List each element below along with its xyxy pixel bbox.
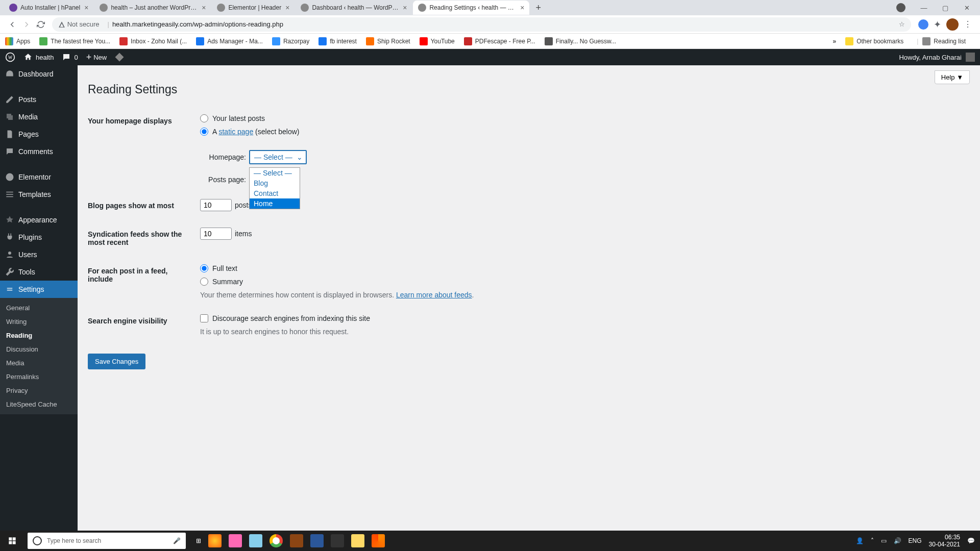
kebab-menu-icon[interactable]: ⋮ (964, 19, 972, 29)
bookmark-item[interactable]: Razorpay (272, 37, 309, 45)
start-button[interactable] (0, 537, 24, 545)
word-icon[interactable] (310, 534, 324, 547)
tab-elementor[interactable]: Elementor | Header× (212, 1, 295, 15)
tab-health-site[interactable]: health – Just another WordPress× (94, 1, 211, 15)
notifications-icon[interactable]: 💬 (967, 537, 975, 544)
star-icon[interactable]: ☆ (899, 20, 905, 28)
submenu-privacy[interactable]: Privacy (0, 384, 78, 397)
menu-pages[interactable]: Pages (0, 126, 78, 143)
new-tab-button[interactable]: + (530, 3, 546, 13)
extensions-button[interactable]: ✦ (934, 19, 941, 30)
help-tab[interactable]: Help ▼ (935, 70, 970, 84)
explorer-icon[interactable] (351, 534, 364, 547)
reload-button[interactable] (34, 17, 48, 32)
radio-full-text[interactable] (200, 264, 208, 272)
submenu-discussion[interactable]: Discussion (0, 342, 78, 356)
tab-dashboard[interactable]: Dashboard ‹ health — WordPress× (296, 1, 412, 15)
menu-appearance[interactable]: Appearance (0, 211, 78, 229)
bookmark-overflow[interactable]: » (832, 38, 836, 45)
option-home[interactable]: Home (250, 198, 300, 209)
homepage-select[interactable]: — Select — (249, 150, 307, 164)
bookmark-apps[interactable]: Apps (5, 37, 30, 45)
discourage-checkbox[interactable] (200, 314, 208, 322)
howdy-user[interactable]: Howdy, Arnab Gharai (899, 54, 962, 61)
blog-pages-input[interactable] (200, 199, 232, 211)
syndication-input[interactable] (200, 228, 232, 240)
menu-settings[interactable]: Settings (0, 281, 78, 298)
menu-templates[interactable]: Templates (0, 186, 78, 203)
tab-reading-settings[interactable]: Reading Settings ‹ health — Wor× (413, 1, 529, 15)
menu-plugins[interactable]: Plugins (0, 229, 78, 246)
app-icon[interactable] (290, 534, 303, 547)
close-icon[interactable]: × (285, 4, 289, 12)
vlc-icon[interactable] (372, 534, 385, 547)
radio-summary[interactable] (200, 278, 208, 286)
extension-icon[interactable] (918, 19, 928, 30)
submenu-media[interactable]: Media (0, 356, 78, 370)
submenu-reading[interactable]: Reading (0, 329, 78, 342)
option-contact[interactable]: Contact (250, 188, 300, 198)
close-icon[interactable]: × (520, 4, 524, 12)
wp-logo[interactable] (5, 52, 15, 62)
close-window-button[interactable]: ✕ (958, 0, 976, 15)
app-icon[interactable] (249, 534, 262, 547)
chrome-icon[interactable] (270, 534, 283, 547)
forward-button[interactable] (19, 17, 34, 32)
submenu-general[interactable]: General (0, 301, 78, 315)
menu-tools[interactable]: Tools (0, 263, 78, 281)
close-icon[interactable]: × (202, 4, 206, 12)
bookmark-item[interactable]: Ship Rocket (366, 37, 410, 45)
address-bar[interactable]: Not secure | health.marketingeasily.com/… (52, 17, 911, 32)
battery-icon[interactable]: ▭ (881, 537, 887, 544)
reading-list[interactable]: Reading list (922, 37, 966, 45)
minimize-button[interactable]: — (915, 0, 933, 15)
radio-static-page[interactable] (200, 128, 208, 136)
speaker-icon[interactable]: 🔊 (894, 537, 901, 544)
menu-posts[interactable]: Posts (0, 91, 78, 108)
submenu-litespeed[interactable]: LiteSpeed Cache (0, 397, 78, 411)
submenu-writing[interactable]: Writing (0, 315, 78, 329)
option-select[interactable]: — Select — (250, 168, 300, 178)
profile-avatar[interactable] (946, 18, 959, 31)
app-icon[interactable] (229, 534, 242, 547)
task-view-icon[interactable]: ⊞ (196, 537, 201, 544)
mic-icon[interactable]: 🎤 (173, 537, 181, 544)
system-clock[interactable]: 06:3530-04-2021 (929, 534, 960, 548)
tab-hpanel[interactable]: Auto Installer | hPanel× (4, 1, 93, 15)
bookmark-item[interactable]: fb interest (318, 37, 357, 45)
taskbar-search[interactable]: Type here to search🎤 (28, 533, 186, 549)
language-indicator[interactable]: ENG (909, 537, 922, 544)
learn-feeds-link[interactable]: Learn more about feeds (396, 291, 472, 299)
menu-dashboard[interactable]: Dashboard (0, 65, 78, 83)
menu-users[interactable]: Users (0, 246, 78, 263)
maximize-button[interactable]: ▢ (936, 0, 954, 15)
menu-comments[interactable]: Comments (0, 143, 78, 160)
calculator-icon[interactable] (331, 534, 344, 547)
bookmark-item[interactable]: Inbox - Zoho Mail (... (119, 37, 187, 45)
bookmark-item[interactable]: YouTube (420, 37, 455, 45)
menu-media[interactable]: Media (0, 108, 78, 126)
save-changes-button[interactable]: Save Changes (88, 354, 145, 369)
radio-latest-posts[interactable] (200, 114, 208, 122)
menu-elementor[interactable]: Elementor (0, 168, 78, 186)
firefox-icon[interactable] (208, 534, 222, 547)
comments-link[interactable]: 0 (62, 53, 78, 62)
tray-chevron-icon[interactable]: ˄ (871, 537, 874, 544)
close-icon[interactable]: × (403, 4, 407, 12)
bookmark-item[interactable]: PDFescape - Free P... (464, 37, 535, 45)
tab-search-icon[interactable] (896, 3, 905, 12)
new-content-link[interactable]: +New (86, 52, 107, 63)
cache-link[interactable] (115, 53, 124, 62)
submenu-permalinks[interactable]: Permalinks (0, 370, 78, 384)
option-blog[interactable]: Blog (250, 178, 300, 188)
bookmark-item[interactable]: Ads Manager - Ma... (196, 37, 263, 45)
site-name-link[interactable]: health (23, 53, 54, 62)
bookmark-item[interactable]: The fastest free You... (39, 37, 110, 45)
back-button[interactable] (5, 17, 19, 32)
browser-tab-strip: Auto Installer | hPanel× health – Just a… (0, 0, 980, 15)
bookmark-item[interactable]: Finally... No Guessw... (545, 37, 616, 45)
people-icon[interactable]: 👤 (856, 537, 864, 544)
other-bookmarks[interactable]: Other bookmarks (845, 37, 903, 45)
close-icon[interactable]: × (84, 4, 88, 12)
static-page-link[interactable]: static page (218, 128, 253, 136)
